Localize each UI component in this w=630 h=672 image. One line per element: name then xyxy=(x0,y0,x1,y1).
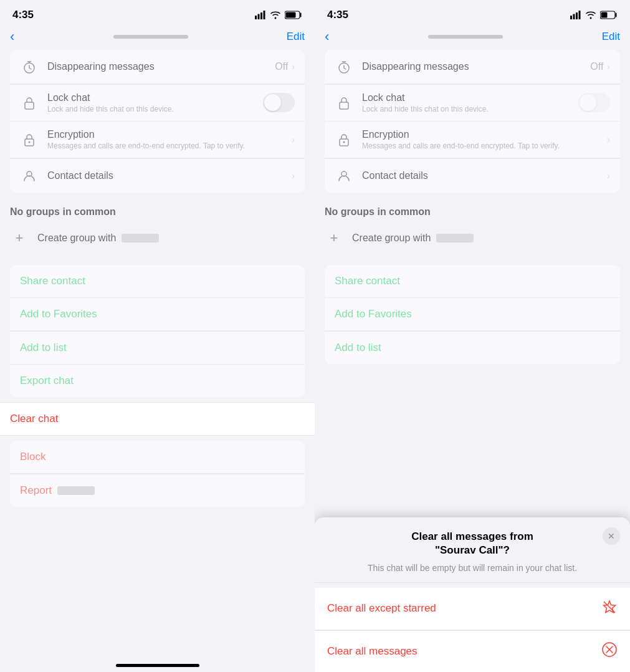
right-share-contact[interactable]: Share contact xyxy=(325,265,620,298)
disappearing-messages-row[interactable]: Disappearing messages Off › xyxy=(10,50,305,84)
left-status-time: 4:35 xyxy=(12,9,34,21)
right-contact-name-blur-inline xyxy=(436,234,474,242)
right-disappearing-chevron: › xyxy=(607,62,610,72)
left-dimmed-content: Disappearing messages Off › Lock chat Lo… xyxy=(0,50,315,397)
right-wifi-icon xyxy=(585,11,596,19)
lock-chat-row[interactable]: Lock chat Lock and hide this chat on thi… xyxy=(10,85,305,122)
left-share-contact[interactable]: Share contact xyxy=(10,265,305,298)
right-nav-title xyxy=(329,35,601,39)
left-edit-button[interactable]: Edit xyxy=(287,31,305,43)
lock-chat-label: Lock chat xyxy=(47,92,263,103)
left-report[interactable]: Report xyxy=(10,474,305,507)
svg-rect-16 xyxy=(601,12,608,18)
right-lock-toggle[interactable] xyxy=(578,93,610,112)
right-battery-icon xyxy=(600,11,618,19)
svg-point-9 xyxy=(29,142,31,143)
svg-rect-3 xyxy=(264,11,265,19)
left-back-button[interactable]: ‹ xyxy=(10,29,14,45)
encryption-label: Encryption xyxy=(47,129,292,140)
right-toggle-knob xyxy=(580,94,596,111)
right-signal-icon xyxy=(570,11,581,19)
right-disappearing-value: Off xyxy=(590,61,603,72)
clear-all-messages-label: Clear all messages xyxy=(327,645,418,658)
right-bottom-sheet: ✕ Clear all messages from"Sourav Call"? … xyxy=(315,517,630,672)
right-nav-bar: ‹ Edit xyxy=(315,24,630,50)
left-status-icons xyxy=(255,11,302,19)
clear-except-starred-button[interactable]: Clear all except starred xyxy=(315,588,630,630)
right-contact-details-chevron: › xyxy=(607,171,610,181)
person-icon xyxy=(20,166,39,185)
bottom-sheet-actions: Clear all except starred Clear all messa… xyxy=(315,588,630,673)
clear-chat-row[interactable]: Clear chat xyxy=(0,403,315,435)
right-lock-chat-row[interactable]: Lock chat Lock and hide this chat on thi… xyxy=(325,85,620,122)
left-groups-section: No groups in common + Create group with xyxy=(0,200,315,257)
right-dimmed-content: Disappearing messages Off › Lock chat Lo… xyxy=(315,50,630,364)
right-disappearing-messages-row[interactable]: Disappearing messages Off › xyxy=(325,50,620,84)
right-create-group-row[interactable]: + Create group with xyxy=(325,223,620,254)
right-panel: 4:35 ‹ Edit xyxy=(315,0,630,672)
disappearing-messages-chevron: › xyxy=(292,62,295,72)
contact-details-content: Contact details xyxy=(47,170,292,181)
bottom-sheet-close-button[interactable]: ✕ xyxy=(603,527,620,545)
right-contact-details-content: Contact details xyxy=(362,170,607,181)
left-contact-name-blur xyxy=(113,35,188,39)
left-block[interactable]: Block xyxy=(10,441,305,474)
encryption-row[interactable]: Encryption Messages and calls are end-to… xyxy=(10,122,305,158)
encryption-chevron: › xyxy=(292,135,295,145)
left-status-bar: 4:35 xyxy=(0,0,315,24)
svg-rect-18 xyxy=(340,102,348,109)
svg-point-20 xyxy=(343,142,345,143)
svg-rect-0 xyxy=(255,16,257,19)
svg-rect-12 xyxy=(573,14,575,20)
lock-chat-subtitle: Lock and hide this chat on this device. xyxy=(47,105,263,113)
right-lock-content: Lock chat Lock and hide this chat on thi… xyxy=(362,92,578,113)
right-disappearing-label: Disappearing messages xyxy=(362,61,469,72)
left-export-chat[interactable]: Export chat xyxy=(10,365,305,397)
signal-icon xyxy=(255,11,266,19)
right-contact-details-label: Contact details xyxy=(362,170,428,181)
star-outline-icon xyxy=(601,599,618,618)
right-create-group-text: Create group with xyxy=(352,233,474,244)
right-encryption-chevron: › xyxy=(607,135,610,145)
left-settings-rows: Disappearing messages Off › Lock chat Lo… xyxy=(10,50,305,193)
svg-rect-2 xyxy=(260,12,262,19)
right-settings-rows: Disappearing messages Off › Lock chat Lo… xyxy=(325,50,620,193)
right-edit-button[interactable]: Edit xyxy=(602,31,620,43)
left-nav-title xyxy=(14,35,286,39)
right-groups-section: No groups in common + Create group with xyxy=(315,200,630,257)
svg-rect-14 xyxy=(579,11,581,19)
encryption-subtitle: Messages and calls are end-to-end encryp… xyxy=(47,142,292,150)
right-lock-subtitle: Lock and hide this chat on this device. xyxy=(362,105,578,113)
lock-chat-content: Lock chat Lock and hide this chat on thi… xyxy=(47,92,263,113)
lock-chat-toggle[interactable] xyxy=(263,93,295,112)
right-encryption-content: Encryption Messages and calls are end-to… xyxy=(362,129,607,150)
left-nav-bar: ‹ Edit xyxy=(0,24,315,50)
right-encryption-row[interactable]: Encryption Messages and calls are end-to… xyxy=(325,122,620,158)
clear-all-messages-button[interactable]: Clear all messages xyxy=(315,630,630,672)
left-action-list: Share contact Add to Favorites Add to li… xyxy=(10,265,305,398)
svg-rect-11 xyxy=(570,16,572,19)
right-add-favorites[interactable]: Add to Favorites xyxy=(325,298,620,331)
left-padding-1 xyxy=(0,193,315,200)
right-contact-details-row[interactable]: Contact details › xyxy=(325,159,620,193)
left-danger-actions: Block Report xyxy=(10,441,305,507)
right-lock-label: Lock chat xyxy=(362,92,578,103)
right-action-list: Share contact Add to Favorites Add to li… xyxy=(325,265,620,364)
left-panel: 4:35 ‹ Edit xyxy=(0,0,315,672)
disappearing-messages-label: Disappearing messages xyxy=(47,61,155,72)
left-create-group-row[interactable]: + Create group with xyxy=(10,223,305,254)
right-groups-title: No groups in common xyxy=(325,206,620,218)
contact-details-row[interactable]: Contact details › xyxy=(10,159,305,193)
toggle-knob xyxy=(264,94,281,111)
right-person-icon xyxy=(335,166,353,185)
bottom-sheet-title: Clear all messages from"Sourav Call"? xyxy=(327,530,618,557)
circle-x-icon xyxy=(601,641,618,661)
right-add-to-list[interactable]: Add to list xyxy=(325,332,620,364)
left-plus-icon: + xyxy=(10,229,29,247)
left-home-indicator xyxy=(116,664,199,667)
left-add-to-list[interactable]: Add to list xyxy=(10,332,305,365)
right-back-button[interactable]: ‹ xyxy=(325,29,329,45)
right-status-icons xyxy=(570,11,618,19)
encryption-icon xyxy=(20,130,39,149)
left-add-favorites[interactable]: Add to Favorites xyxy=(10,298,305,331)
